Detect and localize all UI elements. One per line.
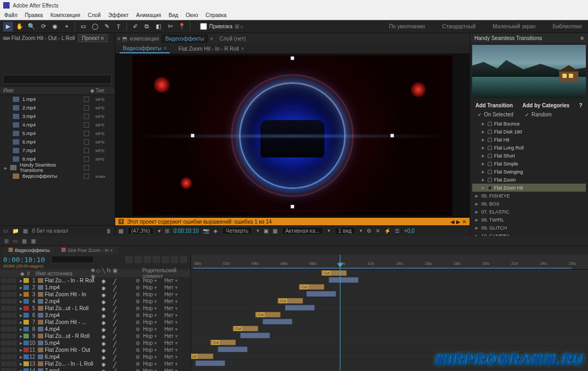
timeline-tab[interactable]: Видеоэффекты [3,246,55,255]
comp-tab[interactable]: Flat Zoom Hit - In - R Roll [175,45,247,53]
project-item[interactable]: 4.mp4MPE [0,121,115,129]
layer-row[interactable]: 1 Flat Zo... - In - R Roll ✱╱ ⊚ Нор Нет [0,277,190,284]
workspace-tabs[interactable]: По умолчаниюСтандартныйМаленький экранБи… [386,21,585,31]
project-search[interactable] [3,75,112,84]
brush-tool[interactable]: ✐ [130,22,140,31]
timeline-tab[interactable]: Dist Pow Zoom - In × [56,246,118,255]
fx-icon[interactable]: ⚙ [367,228,371,234]
puppet-tool[interactable]: 📍 [177,22,187,31]
project-tab[interactable]: Проект ≡ [78,34,108,42]
hst-tree[interactable]: Flat Bounce Flat Disk 180 Flat Hit Flat … [470,119,588,236]
project-item[interactable]: 3.mp4MPE [0,112,115,121]
hst-item[interactable]: Flat Hit [472,136,586,144]
layer-row[interactable]: 12 6.mp4 ✱╱ ⊚ Нор Нет [0,353,190,360]
workspace-Библиотеки[interactable]: Библиотеки [550,21,585,31]
menu-Файл[interactable]: Файл [4,12,18,18]
hst-item[interactable]: Flat Simple [472,160,586,168]
hand-tool[interactable]: ✋ [15,22,25,31]
add-by-categories-button[interactable]: Add by Categories [522,102,569,108]
menu-Вид[interactable]: Вид [169,12,178,18]
menu-Композиция[interactable]: Композиция [50,12,80,18]
grid-icon[interactable]: ▦ [118,228,123,234]
x-icon[interactable]: ✕ [376,228,380,234]
menu-Слой[interactable]: Слой [88,12,100,18]
project-item[interactable]: 2.mp4MPE [0,104,115,112]
menu-Правка[interactable]: Правка [25,12,43,18]
pen-tool[interactable]: ✎ [102,22,112,31]
layer-row[interactable]: 5 Flat Zo...ut - L Roll ✱╱ ⊚ Нор Нет [0,305,190,312]
menu-Анимация[interactable]: Анимация [136,12,161,18]
layer-row[interactable]: 9 Flat Zo...ut - R Roll ✱╱ ⊚ Нор Нет [0,333,190,340]
hst-item[interactable]: Flat Bounce [472,120,586,128]
views-dd[interactable]: 1 вид [335,227,355,235]
layer-list[interactable]: 1 Flat Zo... - In - R Roll ✱╱ ⊚ Нор Нет … [0,277,190,371]
share-icon[interactable]: ☰ [395,228,400,234]
comp-panel-tabs[interactable]: ≡ ⬒ композиция Видеоэффекты ▾ Слой (нет) [115,33,470,44]
transparency-icon[interactable]: ▦ [273,228,277,234]
camera-dd[interactable]: Активная ка... [282,227,323,235]
layer-row[interactable]: 10 5.mp4 ✱╱ ⊚ Нор Нет [0,340,190,346]
hst-item[interactable]: Flat Disk 180 [472,128,586,136]
hst-category[interactable]: 05. FISHEYE [472,192,586,200]
project-item[interactable]: 1.mp4MPE [0,95,115,104]
roi-icon[interactable]: ▣ [264,228,268,234]
current-time-indicator[interactable] [340,255,340,371]
orbit-tool[interactable]: ⟳ [38,22,48,31]
workspace-Стандартный[interactable]: Стандартный [439,21,479,31]
layer-bounds-icon[interactable]: ⊞ [165,228,169,234]
menu-Справка[interactable]: Справка [205,12,226,18]
layer-row[interactable]: 14 7.mp4 ✱╱ ⊚ Нор Нет [0,367,190,371]
col-type[interactable]: Тип [96,88,112,93]
viewer[interactable] [115,53,470,218]
quality-dd[interactable]: Четверть [222,227,252,235]
timeline-timecode[interactable]: 0:00:10:10 [3,256,45,264]
timeline-search[interactable] [51,256,94,263]
type-tool[interactable]: T [114,22,123,31]
channel-icon[interactable]: ◈ [213,228,218,234]
hst-item[interactable]: Flat Short [472,152,586,160]
anchor-tool[interactable]: ⌖ [62,22,71,31]
project-item[interactable]: ▸ Handy Seamless Transitions [0,163,115,172]
expression-warning[interactable]: ! Этот проект содержит ошибки выражений:… [115,218,470,225]
hst-item[interactable]: Flat Zoom Hit [472,184,586,192]
hst-category[interactable]: 10. CAMERA [472,232,586,236]
add-transition-button[interactable]: Add Transition [475,102,513,108]
hst-item[interactable]: Flat Long Roll [472,144,586,152]
hst-item[interactable]: Flat Zoom [472,176,586,184]
zoom-dd[interactable]: (47,3%) [128,227,154,235]
project-item[interactable]: 6.mp4MPE [0,138,115,146]
help-button[interactable]: ? [579,102,582,108]
snapping-toggle[interactable]: Привязка ⊞ ⟐ [200,23,243,30]
layer-row[interactable]: 13 Flat Zo... - In - L Roll ✱╱ ⊚ Нор Нет [0,360,190,367]
hst-category[interactable]: 06. BOX [472,200,586,208]
project-item[interactable]: 5.mp4MPE [0,129,115,138]
layer-row[interactable]: 11 Flat Zoom Hit - Out ✱╱ ⊚ Нор Нет [0,346,190,353]
roto-tool[interactable]: ✄ [165,22,175,31]
ellipse-tool[interactable]: ◯ [90,22,100,31]
workspace-Маленький экран[interactable]: Маленький экран [489,21,539,31]
col-name[interactable]: Имя [3,88,89,93]
hst-category[interactable]: 09. GLITCH [472,224,586,232]
exposure[interactable]: +0,0 [404,228,415,234]
snapshot-icon[interactable]: 📷 [203,228,209,234]
hst-category[interactable]: 07. ELASTIC [472,208,586,216]
time-ruler[interactable]: 00s02s04s06s08s10s12s14s16s18s20s22s24s2… [191,255,588,270]
project-item[interactable]: Видеоэффектыкоми [0,172,115,180]
project-list[interactable]: 1.mp4MPE 2.mp4MPE 3.mp4MPE 4.mp4MPE 5.mp… [0,95,115,225]
layer-row[interactable]: 2 1.mp4 ✱╱ ⊚ Нор Нет [0,284,190,291]
layer-row[interactable]: 8 4.mp4 ✱╱ ⊚ Нор Нет [0,326,190,333]
layer-row[interactable]: 4 2.mp4 ✱╱ ⊚ Нор Нет [0,298,190,305]
menu-Окно[interactable]: Окно [186,12,198,18]
menubar[interactable]: ФайлПравкаКомпозицияСлойЭффектАнимацияВи… [0,11,588,20]
hst-category[interactable]: 08. TWIRL [472,216,586,224]
layer-row[interactable]: 3 Flat Zoom Hit - In ✱╱ ⊚ Нор Нет [0,291,190,298]
clone-tool[interactable]: ⧉ [142,22,152,31]
hst-item[interactable]: Flat Swinging [472,168,586,176]
zoom-tool[interactable]: 🔍 [27,22,36,31]
workspace-По умолчанию[interactable]: По умолчанию [386,21,428,31]
on-selected-check[interactable]: On Selected [478,112,513,117]
new-comp-icon[interactable]: ▦ [23,228,28,234]
comp-tab[interactable]: Видеоэффекты [120,44,170,53]
eraser-tool[interactable]: ◧ [154,22,163,31]
layer-row[interactable]: 7 Flat Zoom Hit - ... ✱╱ ⊚ Нор Нет [0,319,190,326]
